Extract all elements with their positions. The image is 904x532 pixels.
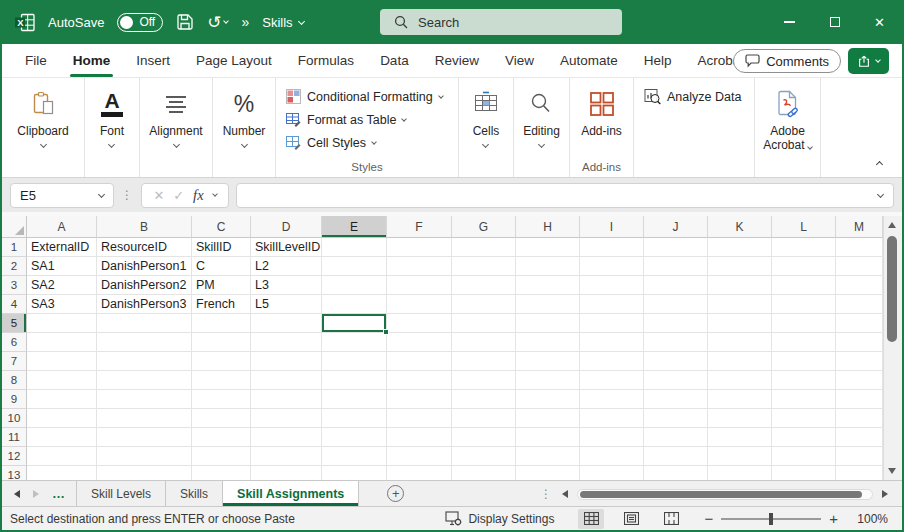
- cell-H6[interactable]: [516, 333, 580, 352]
- cell-K3[interactable]: [708, 276, 772, 295]
- cell-D11[interactable]: [251, 428, 322, 447]
- cell-K8[interactable]: [708, 371, 772, 390]
- cell-E1[interactable]: [322, 238, 387, 257]
- cell-B11[interactable]: [97, 428, 192, 447]
- display-settings-button[interactable]: Display Settings: [445, 511, 554, 526]
- column-header-D[interactable]: D: [251, 216, 322, 238]
- cell-H7[interactable]: [516, 352, 580, 371]
- cell-D2[interactable]: L2: [251, 257, 322, 276]
- cell-B5[interactable]: [97, 314, 192, 333]
- cell-M12[interactable]: [836, 447, 883, 466]
- cell-K1[interactable]: [708, 238, 772, 257]
- cell-B1[interactable]: ResourceID: [97, 238, 192, 257]
- row-header-4[interactable]: 4: [2, 295, 27, 314]
- cell-I7[interactable]: [580, 352, 644, 371]
- cell-D8[interactable]: [251, 371, 322, 390]
- cell-M10[interactable]: [836, 409, 883, 428]
- cell-A10[interactable]: [27, 409, 97, 428]
- cell-E5[interactable]: [322, 314, 387, 333]
- cell-M5[interactable]: [836, 314, 883, 333]
- cell-H10[interactable]: [516, 409, 580, 428]
- cell-E4[interactable]: [322, 295, 387, 314]
- cell-E2[interactable]: [322, 257, 387, 276]
- formula-input[interactable]: [236, 183, 894, 208]
- cell-I2[interactable]: [580, 257, 644, 276]
- cancel-button[interactable]: ✕: [153, 188, 164, 203]
- cell-G10[interactable]: [452, 409, 516, 428]
- cell-K5[interactable]: [708, 314, 772, 333]
- cell-F4[interactable]: [387, 295, 452, 314]
- more-commands-button[interactable]: »: [241, 15, 249, 29]
- cell-E3[interactable]: [322, 276, 387, 295]
- zoom-slider[interactable]: [721, 518, 821, 520]
- cell-D12[interactable]: [251, 447, 322, 466]
- cell-F13[interactable]: [387, 466, 452, 480]
- cell-K13[interactable]: [708, 466, 772, 480]
- cell-G2[interactable]: [452, 257, 516, 276]
- row-header-1[interactable]: 1: [2, 238, 27, 257]
- cell-J8[interactable]: [644, 371, 708, 390]
- cell-L5[interactable]: [772, 314, 836, 333]
- cell-H3[interactable]: [516, 276, 580, 295]
- row-header-3[interactable]: 3: [2, 276, 27, 295]
- cell-C8[interactable]: [192, 371, 251, 390]
- cell-F7[interactable]: [387, 352, 452, 371]
- cell-B4[interactable]: DanishPerson3: [97, 295, 192, 314]
- cell-D13[interactable]: [251, 466, 322, 480]
- ribbon-tab-automate[interactable]: Automate: [547, 44, 631, 77]
- cell-F12[interactable]: [387, 447, 452, 466]
- minimize-button[interactable]: [767, 0, 812, 44]
- cell-M9[interactable]: [836, 390, 883, 409]
- cell-M13[interactable]: [836, 466, 883, 480]
- cell-G4[interactable]: [452, 295, 516, 314]
- zoom-slider-handle[interactable]: [769, 513, 773, 525]
- cell-D7[interactable]: [251, 352, 322, 371]
- sheet-tab-skills[interactable]: Skills: [166, 481, 223, 506]
- column-header-J[interactable]: J: [644, 216, 708, 238]
- row-header-5[interactable]: 5: [2, 314, 27, 333]
- cell-E8[interactable]: [322, 371, 387, 390]
- cell-B13[interactable]: [97, 466, 192, 480]
- cell-K7[interactable]: [708, 352, 772, 371]
- cell-J3[interactable]: [644, 276, 708, 295]
- cell-M2[interactable]: [836, 257, 883, 276]
- cell-G8[interactable]: [452, 371, 516, 390]
- cell-F11[interactable]: [387, 428, 452, 447]
- cell-C6[interactable]: [192, 333, 251, 352]
- cell-L9[interactable]: [772, 390, 836, 409]
- column-header-C[interactable]: C: [192, 216, 251, 238]
- cell-H11[interactable]: [516, 428, 580, 447]
- scroll-up-button[interactable]: [884, 218, 900, 232]
- adobe-acrobat-button[interactable]: Adobe Acrobat: [755, 84, 820, 177]
- format-as-table-button[interactable]: Format as Table: [286, 109, 443, 130]
- close-button[interactable]: ✕: [857, 0, 902, 44]
- cell-E10[interactable]: [322, 409, 387, 428]
- cell-I1[interactable]: [580, 238, 644, 257]
- row-header-9[interactable]: 9: [2, 390, 27, 409]
- cell-D6[interactable]: [251, 333, 322, 352]
- cell-H5[interactable]: [516, 314, 580, 333]
- conditional-formatting-button[interactable]: Conditional Formatting: [286, 86, 443, 107]
- cell-D1[interactable]: SkillLevelID: [251, 238, 322, 257]
- sheet-tab-skill-assignments[interactable]: Skill Assignments: [223, 481, 359, 506]
- cell-E12[interactable]: [322, 447, 387, 466]
- cell-M1[interactable]: [836, 238, 883, 257]
- cell-D10[interactable]: [251, 409, 322, 428]
- maximize-button[interactable]: [812, 0, 857, 44]
- cell-styles-button[interactable]: Cell Styles: [286, 132, 443, 153]
- cell-F6[interactable]: [387, 333, 452, 352]
- cell-H1[interactable]: [516, 238, 580, 257]
- zoom-out-button[interactable]: −: [704, 511, 713, 526]
- cell-B2[interactable]: DanishPerson1: [97, 257, 192, 276]
- undo-button[interactable]: ↺: [207, 14, 228, 31]
- cell-L11[interactable]: [772, 428, 836, 447]
- cell-J4[interactable]: [644, 295, 708, 314]
- column-header-K[interactable]: K: [708, 216, 772, 238]
- cell-E11[interactable]: [322, 428, 387, 447]
- drag-handle-icon[interactable]: ⋮: [121, 188, 134, 202]
- cell-I10[interactable]: [580, 409, 644, 428]
- cell-L6[interactable]: [772, 333, 836, 352]
- cell-G7[interactable]: [452, 352, 516, 371]
- cell-M6[interactable]: [836, 333, 883, 352]
- splitter-dots-icon[interactable]: ⋮: [540, 487, 553, 501]
